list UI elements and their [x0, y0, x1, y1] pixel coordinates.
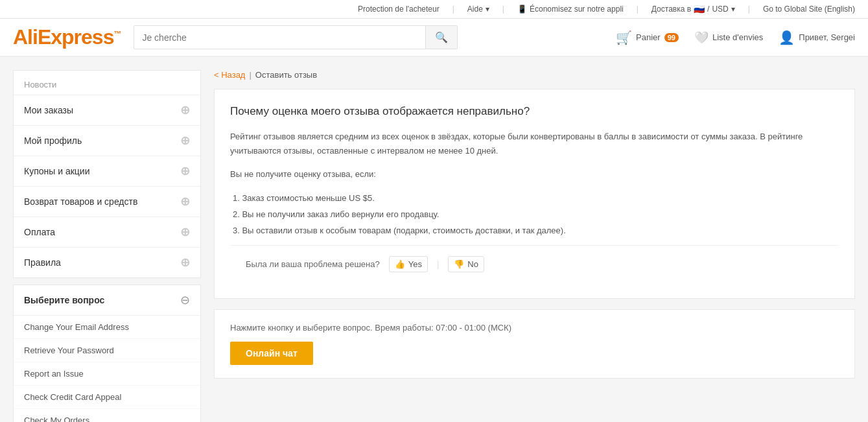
user-account-button[interactable]: 👤 Привет, Sergei	[779, 30, 855, 45]
top-bar: Protection de l'acheteur | Aide ▾ | 📱 Éc…	[0, 0, 868, 19]
header-actions: 🛒 Panier 99 🤍 Liste d'envies 👤 Привет, S…	[616, 30, 855, 45]
global-site-link[interactable]: Go to Global Site (English)	[763, 5, 855, 14]
cart-count-badge: 99	[664, 33, 679, 42]
main-article-card: Почему оценка моего отзыва отображается …	[214, 89, 855, 299]
currency-label: USD	[712, 5, 728, 14]
thumbs-up-icon: 👍	[395, 259, 405, 269]
sidebar-profile-plus-icon: ⊕	[180, 134, 190, 148]
list-item-3: 3. Вы оставили отзыв к особым товарам (п…	[233, 223, 839, 239]
logo-text: AliExpress	[13, 25, 113, 49]
sidebar-link-credit[interactable]: Check Credit Card Appeal	[14, 386, 200, 409]
feedback-yes-button[interactable]: 👍 Yes	[389, 256, 428, 272]
feedback-no-label: No	[467, 259, 478, 269]
breadcrumb-separator: |	[249, 70, 251, 80]
sidebar-payment-plus-icon: ⊕	[180, 225, 190, 239]
sidebar-main-section: Новости Мои заказы ⊕ Мой профиль ⊕ Купон…	[13, 70, 201, 278]
flag-icon: 🇷🇺	[694, 4, 705, 14]
main-container: Новости Мои заказы ⊕ Мой профиль ⊕ Купон…	[0, 57, 868, 422]
help-label: Aide	[467, 5, 483, 14]
global-site-label: Go to Global Site (English)	[763, 5, 855, 14]
divider2: |	[502, 5, 504, 14]
delivery-label: Доставка в	[651, 5, 691, 14]
article-paragraph1: Рейтинг отзывов является средним из всех…	[230, 130, 839, 158]
sidebar-returns-label: Возврат товаров и средств	[24, 196, 137, 207]
currency-arrow-icon: ▾	[731, 5, 735, 14]
delivery-selector[interactable]: Доставка в 🇷🇺 / USD ▾	[651, 4, 735, 14]
online-chat-button[interactable]: Онлайн чат	[230, 342, 313, 365]
article-title: Почему оценка моего отзыва отображается …	[230, 105, 839, 118]
sidebar-link-email[interactable]: Change Your Email Address	[14, 316, 200, 339]
cart-icon: 🛒	[616, 30, 632, 45]
thumbs-down-icon: 👎	[454, 259, 464, 269]
sidebar-item-payment[interactable]: Оплата ⊕	[14, 217, 200, 247]
user-icon: 👤	[779, 30, 795, 45]
help-arrow-icon: ▾	[486, 5, 489, 14]
content-area: < Назад | Оставить отзыв Почему оценка м…	[214, 70, 855, 422]
divider4: |	[748, 5, 750, 14]
search-bar: 🔍	[134, 25, 458, 49]
list-item-1: 1. Заказ стоимостью меньше US $5.	[233, 191, 839, 207]
chat-info-text: Нажмите кнопку и выберите вопрос. Время …	[230, 323, 839, 333]
logo-tm: ™	[113, 29, 121, 38]
app-label: Économisez sur notre appli	[530, 5, 624, 14]
sidebar-questions-section: Выберите вопрос ⊖ Change Your Email Addr…	[13, 285, 201, 422]
search-button[interactable]: 🔍	[425, 26, 457, 49]
sidebar-orders-plus-icon: ⊕	[180, 103, 190, 117]
wishlist-button[interactable]: 🤍 Liste d'envies	[694, 30, 763, 45]
sidebar-item-orders[interactable]: Мои заказы ⊕	[14, 95, 200, 125]
breadcrumb-current: Оставить отзыв	[255, 70, 317, 80]
sidebar-link-password[interactable]: Retrieve Your Password	[14, 339, 200, 362]
feedback-question: Была ли ваша проблема решена?	[246, 259, 380, 269]
search-input[interactable]	[134, 26, 425, 49]
sidebar-profile-label: Мой профиль	[24, 135, 82, 146]
breadcrumb: < Назад | Оставить отзыв	[214, 70, 855, 80]
feedback-bar: Была ли ваша проблема решена? 👍 Yes | 👎 …	[230, 245, 839, 283]
sidebar-orders-label: Мои заказы	[24, 105, 73, 115]
app-link[interactable]: 📱 Économisez sur notre appli	[517, 5, 624, 14]
header: AliExpress™ 🔍 🛒 Panier 99 🤍 Liste d'envi…	[0, 19, 868, 57]
sidebar-item-returns[interactable]: Возврат товаров и средств ⊕	[14, 186, 200, 217]
divider3: |	[637, 5, 639, 14]
sidebar-coupons-plus-icon: ⊕	[180, 164, 190, 178]
sidebar-rules-plus-icon: ⊕	[180, 255, 190, 270]
user-greeting: Привет, Sergei	[799, 32, 855, 42]
sidebar-coupons-label: Купоны и акции	[24, 166, 90, 176]
sidebar-news-title: Новости	[14, 71, 200, 95]
back-link[interactable]: < Назад	[214, 70, 245, 80]
article-list: 1. Заказ стоимостью меньше US $5. 2. Вы …	[233, 191, 839, 239]
sidebar-questions-header: Выберите вопрос ⊖	[14, 285, 200, 316]
chat-section: Нажмите кнопку и выберите вопрос. Время …	[214, 309, 855, 379]
divider-slash: /	[707, 5, 709, 14]
sidebar-questions-collapse-icon[interactable]: ⊖	[180, 293, 190, 307]
buyer-protection-label: Protection de l'acheteur	[358, 5, 440, 14]
logo[interactable]: AliExpress™	[13, 25, 121, 49]
list-item-2: 2. Вы не получили заказ либо вернули его…	[233, 207, 839, 223]
sidebar-link-report[interactable]: Report an Issue	[14, 362, 200, 386]
sidebar-link-myorders[interactable]: Check My Orders	[14, 409, 200, 422]
sidebar-item-coupons[interactable]: Купоны и акции ⊕	[14, 156, 200, 186]
sidebar-rules-label: Правила	[24, 257, 61, 268]
sidebar-questions-title: Выберите вопрос	[24, 295, 104, 305]
feedback-no-button[interactable]: 👎 No	[448, 256, 484, 272]
sidebar: Новости Мои заказы ⊕ Мой профиль ⊕ Купон…	[13, 70, 201, 422]
sidebar-returns-plus-icon: ⊕	[180, 194, 190, 209]
divider1: |	[452, 5, 454, 14]
sidebar-item-profile[interactable]: Мой профиль ⊕	[14, 125, 200, 156]
feedback-divider: |	[437, 259, 439, 269]
sidebar-payment-label: Оплата	[24, 227, 55, 237]
heart-icon: 🤍	[694, 30, 709, 45]
wishlist-label: Liste d'envies	[712, 32, 763, 42]
buyer-protection-link[interactable]: Protection de l'acheteur	[358, 5, 440, 14]
cart-label: Panier	[636, 32, 661, 42]
sidebar-item-rules[interactable]: Правила ⊕	[14, 247, 200, 277]
help-menu[interactable]: Aide ▾	[467, 5, 489, 14]
phone-icon: 📱	[517, 5, 527, 14]
feedback-yes-label: Yes	[408, 259, 422, 269]
article-paragraph2: Вы не получите оценку отзыва, если:	[230, 167, 839, 182]
cart-button[interactable]: 🛒 Panier 99	[616, 30, 679, 45]
